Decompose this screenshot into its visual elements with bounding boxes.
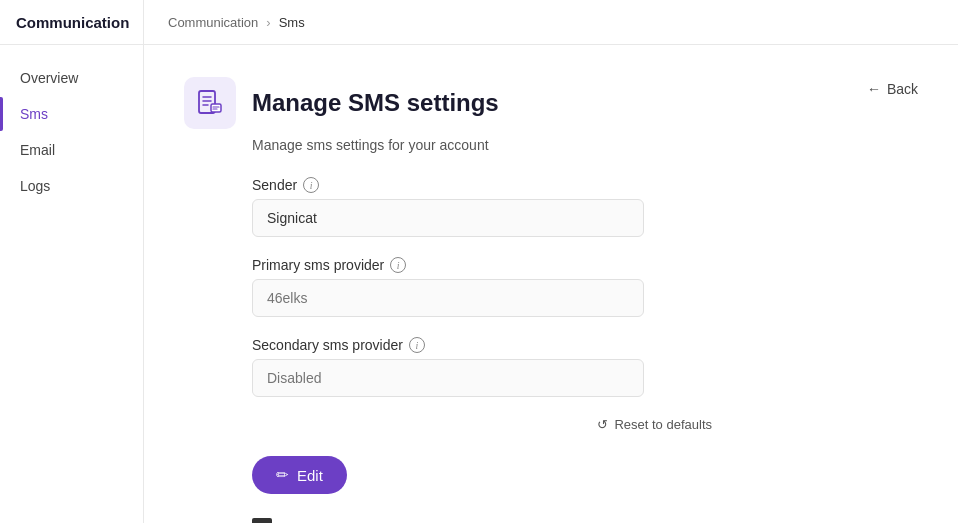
sidebar-item-logs[interactable]: Logs <box>0 169 143 203</box>
secondary-provider-input[interactable] <box>252 359 644 397</box>
sidebar-nav: Overview Sms Email Logs <box>0 45 143 219</box>
sidebar: Communication Overview Sms Email Logs <box>0 0 144 523</box>
primary-provider-group: Primary sms provider i <box>252 257 644 317</box>
secondary-provider-group: Secondary sms provider i <box>252 337 644 397</box>
back-button[interactable]: ← Back <box>867 77 918 101</box>
page-header: Manage SMS settings ← Back <box>184 77 918 129</box>
primary-provider-label: Primary sms provider i <box>252 257 644 273</box>
breadcrumb-sms: Sms <box>279 15 305 30</box>
topbar: Communication › Sms <box>144 0 958 45</box>
sender-input[interactable] <box>252 199 644 237</box>
primary-provider-input[interactable] <box>252 279 644 317</box>
book-icon <box>252 518 272 523</box>
sender-group: Sender i <box>252 177 644 237</box>
primary-provider-info-icon[interactable]: i <box>390 257 406 273</box>
breadcrumb-separator: › <box>266 15 270 30</box>
sidebar-title: Communication <box>0 0 143 45</box>
sidebar-item-email[interactable]: Email <box>0 133 143 167</box>
main-area: Communication › Sms <box>144 0 958 523</box>
back-arrow-icon: ← <box>867 81 881 97</box>
sender-info-icon[interactable]: i <box>303 177 319 193</box>
content-area: Manage SMS settings ← Back Manage sms se… <box>144 45 958 523</box>
page-subtitle: Manage sms settings for your account <box>184 137 918 153</box>
form-section: Sender i Primary sms provider i Secondar… <box>184 177 644 397</box>
reset-row: ↺ Reset to defaults <box>184 417 712 432</box>
reset-defaults-button[interactable]: ↺ Reset to defaults <box>597 417 712 432</box>
edit-button-area: ✏ Edit <box>184 456 918 494</box>
breadcrumb-communication: Communication <box>168 15 258 30</box>
sidebar-item-overview[interactable]: Overview <box>0 61 143 95</box>
secondary-provider-info-icon[interactable]: i <box>409 337 425 353</box>
sender-label: Sender i <box>252 177 644 193</box>
edit-button[interactable]: ✏ Edit <box>252 456 347 494</box>
sms-settings-icon <box>184 77 236 129</box>
svg-rect-4 <box>211 104 221 112</box>
learn-more-section: Learn more about SMS. Go to documentatio… <box>184 518 918 523</box>
sidebar-item-sms[interactable]: Sms <box>0 97 143 131</box>
page-title: Manage SMS settings <box>252 89 499 117</box>
edit-icon: ✏ <box>276 466 289 484</box>
reset-icon: ↺ <box>597 417 608 432</box>
secondary-provider-label: Secondary sms provider i <box>252 337 644 353</box>
page-title-area: Manage SMS settings <box>184 77 499 129</box>
